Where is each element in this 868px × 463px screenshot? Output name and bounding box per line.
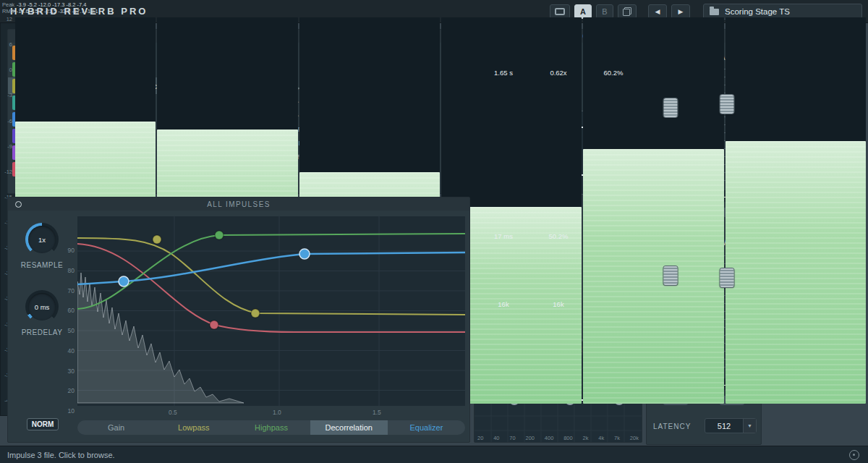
tab-lowpass[interactable]: Lowpass [155, 420, 232, 435]
decorrelation-point[interactable] [119, 276, 129, 286]
impulse-predelay-knob[interactable]: 0 ms [25, 290, 59, 323]
latency-value: 512 [705, 422, 743, 430]
lowpass-knob[interactable]: 16k [542, 287, 575, 320]
tab-highpass[interactable]: Highpass [232, 420, 310, 435]
eq-frequency-labels: 20 40 70 200 400 800 2k 4k 7k 20k [477, 435, 639, 441]
tab-equalizer[interactable]: Equalizer [388, 420, 465, 435]
copy-icon [623, 7, 631, 16]
decorrelation-curve-olive[interactable] [77, 238, 465, 315]
status-hint: Impulse 3 file. Click to browse. [7, 451, 115, 459]
bypass-toggle[interactable] [15, 201, 22, 208]
resample-label: RESAMPLE [21, 261, 63, 269]
decorrelation-point[interactable] [299, 249, 310, 259]
midi-icon [849, 450, 859, 460]
algo-fader-handle[interactable] [720, 95, 734, 114]
dry-fader-handle[interactable] [664, 266, 678, 285]
decorrelation-point[interactable] [153, 235, 161, 244]
all-impulses-title: ALL IMPULSES [207, 200, 271, 208]
pd-shape-knob[interactable]: 50.2% [542, 219, 575, 252]
ab-toggle-b[interactable]: B [596, 4, 613, 19]
monitor-icon [555, 8, 565, 15]
graph-x-tick: 1.5 [373, 409, 381, 416]
peak-readout: Peak -3.9 -5.2 -12.0 -17.3 -8.2 -7.4 [2, 1, 86, 8]
graph-y-axis: 90 80 70 60 50 40 30 20 10 [59, 247, 75, 415]
folder-icon [710, 9, 719, 15]
meter-bar-rs [726, 17, 866, 404]
next-preset-button[interactable]: ▶ [671, 4, 690, 19]
decay-knob[interactable]: 1.65 s [487, 56, 520, 89]
plugin-window: HYBRID REVERB PRO A B ◀ ▶ Scoring Stage … [0, 0, 868, 463]
wet-fader-handle[interactable] [720, 268, 734, 287]
decorrelation-point[interactable] [210, 320, 218, 329]
all-impulses-panel: ALL IMPULSES 1x RESAMPLE 0 ms PREDELAY [7, 197, 470, 443]
latency-dropdown[interactable]: 512 ▼ [705, 418, 757, 433]
norm-button[interactable]: NORM [27, 418, 59, 430]
decorrelation-curve-red[interactable] [77, 244, 465, 332]
rms-readout: RMS -14.6 -15.2 -21.5 -33.6 -17.7 -18.1 [2, 8, 98, 14]
resample-knob[interactable]: 1x [25, 223, 59, 256]
all-impulses-header: ALL IMPULSES [8, 197, 469, 211]
impulse-predelay-label: PREDELAY [22, 328, 63, 336]
tab-decorrelation[interactable]: Decorrelation [310, 420, 388, 435]
statusbar: Impulse 3 file. Click to browse. [0, 446, 868, 463]
display-mode-button[interactable] [550, 4, 570, 19]
preset-name: Scoring Stage TS [725, 7, 790, 16]
damping-knob[interactable]: 16k [487, 287, 520, 320]
decorrelation-point[interactable] [215, 231, 224, 239]
chevron-down-icon[interactable]: ▼ [743, 419, 756, 433]
impulse-waveform [77, 273, 244, 403]
size-knob[interactable]: 0.62x [542, 56, 575, 89]
shape-knob[interactable]: 60.2% [597, 56, 630, 89]
prev-preset-button[interactable]: ◀ [648, 4, 667, 19]
tab-gain[interactable]: Gain [77, 420, 155, 435]
edit-mode-tabs: Gain Lowpass Highpass Decorrelation Equa… [77, 420, 465, 435]
graph-x-tick: 1.0 [273, 409, 281, 416]
latency-label: LATENCY [653, 422, 691, 430]
conv-fader-handle[interactable] [664, 98, 678, 117]
copy-preset-button[interactable] [618, 4, 637, 19]
ab-toggle-a[interactable]: A [574, 4, 592, 19]
graph-x-tick: 0.5 [169, 409, 177, 416]
predelay-knob[interactable]: 17 ms [487, 219, 520, 252]
decorrelation-point[interactable] [251, 309, 260, 318]
decorrelation-graph[interactable] [77, 216, 465, 406]
